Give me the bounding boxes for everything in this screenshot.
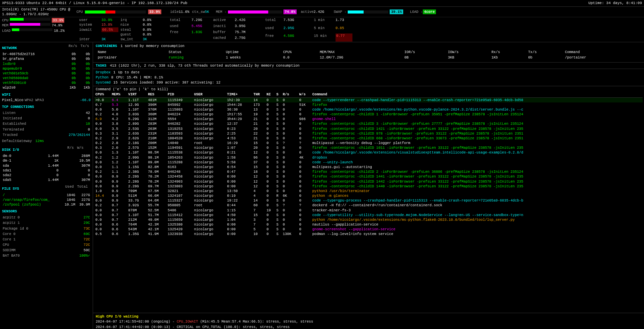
proc-cmd: firefox -contentproc -childID 3 -isForBr…	[311, 121, 643, 126]
proc-user: nicolargo	[193, 165, 226, 169]
load-stat-grid: 1 min1.73 5 min0.85 15 min0.77	[314, 18, 352, 42]
table-row[interactable]: 0.0 0.9 2.28G 70.2M 1324903 nicolargo 0:…	[94, 179, 643, 184]
swap-stat-grid: total7.53G used2.95G free4.58G	[265, 18, 304, 42]
table-row[interactable]: 0.0 5.0 1.10T 376M 1115803 nicolargo 36:…	[94, 107, 643, 112]
th-user: USER	[193, 92, 226, 97]
table-row[interactable]: 0.0 0.7 1.10T 51.7M 1115412 nicolargo 4:…	[94, 213, 643, 217]
containers-subtitle: 1 sorted by memory consumption	[120, 44, 184, 48]
service-row: Dropbox1Up to date	[96, 70, 641, 75]
proc-s: S	[275, 169, 282, 174]
process-title: Command ('e' to pin | 'k' to kill)	[96, 87, 168, 91]
proc-ws: 0	[298, 126, 312, 131]
containers-table: Name Status Uptime CPU% MEM/MAX IOR/s IO…	[96, 49, 641, 61]
table-row[interactable]: 0.0 0.6 764M 42.3M 1325380 nicolargo 0:0…	[94, 222, 643, 227]
proc-mem: 6.4	[111, 97, 128, 102]
net-name: br-40875d2e2716	[2, 52, 63, 56]
proc-ni: 0	[266, 155, 275, 160]
proc-user: nicolargo	[193, 121, 226, 126]
fs-total-hdr: Total	[77, 184, 91, 192]
table-row[interactable]: 0.0 1.1 1.15G 82.8M 6163 nicolargo 6:54 …	[94, 165, 643, 169]
network-title: NETWORK	[2, 46, 17, 50]
proc-cmd: tracker-miner-fs-3	[311, 208, 643, 213]
table-row[interactable]: 0.0 0.9 2.28G 70.2M 1324458 nicolargo 0:…	[94, 174, 643, 179]
proc-rs: 0	[282, 169, 298, 174]
proc-mem: 3.1	[111, 131, 128, 136]
table-row[interactable]: 0.0 3.5 2.53G 263M 1319253 nicolargo 0:2…	[94, 126, 643, 131]
sensor-val: 29C	[65, 220, 90, 225]
proc-cpu: 0.0	[94, 208, 111, 213]
proc-ws: 0	[298, 208, 312, 213]
table-row[interactable]: 1.0 0.9 709M 67.5M 32821 nicolargo 13:50…	[94, 189, 643, 193]
proc-thr: 14	[252, 198, 266, 203]
proc-rs: 0	[282, 160, 298, 165]
table-row[interactable]: 0.0 0.6 543M 42.1M 1325420 nicolargo 0:0…	[94, 227, 643, 232]
table-row[interactable]: 0.5 0.6 1.35G 41.9M 1323938 nicolargo 0:…	[94, 232, 643, 236]
proc-res: 52.5M	[147, 208, 166, 213]
process-table-wrap[interactable]: CPU% MEM% VIRT RES PID USER TIME+ THR NI…	[93, 92, 644, 313]
table-row[interactable]: 0.2 1.1 2.38G 78.9M 846248 nicolargo 0:4…	[94, 169, 643, 174]
wifi-name: Pixel_Nico	[2, 98, 23, 102]
right-panel: CONTAINERS 1 sorted by memory consumptio…	[93, 42, 644, 329]
table-row[interactable]: 0.0 3.8 2.89G 283M 846282 nicolargo 12:3…	[94, 121, 643, 126]
sensor-name: Core 0	[3, 232, 64, 236]
col-status: Status	[167, 50, 224, 54]
table-row[interactable]: 0.2 0.7 3.92G 55.7M 950805 root 0:44 60 …	[94, 203, 643, 208]
cont-ior: 0B	[403, 55, 446, 60]
table-row[interactable]: 0.3 2.0 2.57G 152M 1194591 nicolargo 1:0…	[94, 145, 643, 150]
disk-row: sda1.44M307M	[2, 163, 91, 168]
proc-mem: 0.9	[111, 179, 128, 184]
table-row[interactable]: 0.0 0.7 212M 49.0M 1115659 nicolargo 1:0…	[94, 217, 643, 222]
proc-s: S	[275, 126, 282, 131]
table-row[interactable]: 0.0 0.7 878M 52.5M 5406 nicolargo 1:15 7…	[94, 208, 643, 213]
table-row[interactable]: 0.7 5.3 12.9G 396M 845992 nicolargo 1h44…	[94, 102, 643, 107]
proc-thr: 7	[252, 222, 266, 227]
irq-lbl: irq	[120, 18, 141, 22]
table-row[interactable]: 0.2 1.2 2.99G 98.1M 1054263 nicolargo 1:…	[94, 155, 643, 160]
proc-s: S	[275, 198, 282, 203]
table-row[interactable]: 0.3 3.1 2.63G 231M 1183593 nicolargo 2:2…	[94, 131, 643, 136]
table-row[interactable]: 0.0 1.2 1.10T 89.0M 1115288 nicolargo 5:…	[94, 160, 643, 165]
proc-ni: 0	[266, 189, 275, 193]
proc-user: nicolargo	[193, 227, 226, 232]
table-row[interactable]: 6.9 4.2 5.29G 312M 5554 nicolargo 3h44:2…	[94, 117, 643, 121]
mem-inacti-val: 3.95G	[235, 24, 255, 30]
proc-time: 0:00	[226, 174, 252, 179]
proc-time: 0:00	[226, 184, 252, 189]
proc-rs: 0	[282, 97, 298, 102]
proc-cpu: 0.0	[94, 222, 111, 227]
mem-active-val: 2.42G	[235, 18, 255, 24]
ctx-sw-val: 5K	[205, 9, 209, 14]
cpu-bar-fill-green	[85, 10, 106, 14]
table-row[interactable]: 14.4 0.9 511M 66.6M 1324107 nicolargo 0:…	[94, 193, 643, 198]
proc-cmd: firefox -contentproc -childID 2 -isForBr…	[311, 169, 643, 174]
proc-s: R	[275, 193, 282, 198]
swap-total-val: 7.53G	[283, 18, 304, 26]
proc-virt: 1.10T	[127, 107, 147, 112]
table-row[interactable]: 0.2 4.8 3.03G 360M 846224 nicolargo 1h17…	[94, 112, 643, 117]
proc-user: nicolargo	[193, 208, 226, 213]
table-row[interactable]: >0.0 6.4 1.11T 481M 1115349 nicolargo 1h…	[94, 97, 643, 102]
proc-ni: 0	[266, 160, 275, 165]
proc-mem: 4.2	[111, 117, 128, 121]
proc-virt: 1.15G	[127, 165, 147, 169]
net-tx-hdr: Tx/s	[80, 44, 91, 51]
proc-s: S	[275, 131, 282, 136]
table-row[interactable]: 0.0 0.9 2.28G 69.7M 1323803 nicolargo 0:…	[94, 184, 643, 189]
table-row[interactable]: 0.2 2.8 2.18G 206M 14040 root 16:29 15 0…	[94, 141, 643, 145]
cpu-bar-fill-red	[106, 10, 115, 14]
proc-ni: 0	[266, 222, 275, 227]
proc-cpu: 0.0	[94, 217, 111, 222]
proc-pid: 1054263	[167, 155, 193, 160]
proc-s: S	[275, 213, 282, 217]
table-row[interactable]: 0.0 1.3 1.10T 98.5M 1115538 nicolargo 0:…	[94, 150, 643, 155]
proc-ni: 0	[266, 107, 275, 112]
svc-count: 15	[113, 80, 118, 85]
swap-bar-track	[348, 10, 388, 14]
process-header: CPU% MEM% VIRT RES PID USER TIME+ THR NI…	[94, 92, 643, 97]
proc-user: nicolargo	[193, 107, 226, 112]
table-row[interactable]: 0.0 0.9 33.7G 64.6M 1115327 nicolargo 19…	[94, 198, 643, 203]
net-rx: 1Kb	[63, 85, 77, 90]
containers-header: Name Status Uptime CPU% MEM/MAX IOR/s IO…	[96, 50, 641, 54]
table-row[interactable]: 0.2 2.9 2.62G 216M 1084520 nicolargo 4:5…	[94, 136, 643, 141]
proc-cpu: 14.4	[94, 193, 111, 198]
